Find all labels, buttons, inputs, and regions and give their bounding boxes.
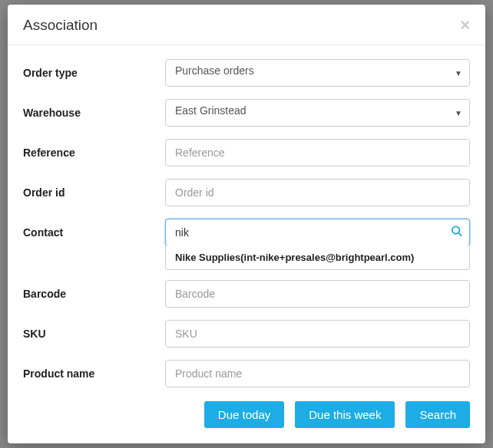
contact-autocomplete: Nike Supplies(int-nike+presales@brightpe… [165,245,470,270]
search-icon[interactable] [451,226,462,240]
row-reference: Reference [23,139,470,166]
barcode-input[interactable] [165,280,470,308]
due-this-week-button[interactable]: Due this week [295,401,395,428]
row-order-id: Order id [23,179,470,206]
label-barcode: Barcode [23,288,165,300]
row-product-name: Product name [23,360,470,387]
search-button[interactable]: Search [405,401,470,428]
reference-input[interactable] [165,139,470,166]
row-order-type: Order type Purchase orders ▼ [23,59,470,87]
label-order-type: Order type [23,67,165,79]
close-icon[interactable]: × [460,17,470,34]
autocomplete-item[interactable]: Nike Supplies(int-nike+presales@brightpe… [166,245,469,269]
order-id-input[interactable] [165,179,470,206]
modal-title: Association [23,17,98,34]
modal-header: Association × [8,5,485,45]
svg-point-0 [452,226,459,233]
label-order-id: Order id [23,186,165,199]
row-barcode: Barcode [23,280,470,308]
row-warehouse: Warehouse East Grinstead ▼ [23,99,470,127]
order-type-select[interactable]: Purchase orders [165,59,470,87]
row-sku: SKU [23,320,470,348]
sku-input[interactable] [165,320,470,348]
modal-footer: Due today Due this week Search [8,398,485,443]
contact-input[interactable] [165,219,470,246]
label-warehouse: Warehouse [23,107,165,119]
label-reference: Reference [23,147,165,159]
label-sku: SKU [23,328,165,340]
label-contact: Contact [23,226,165,239]
row-contact: Contact Nike Supplies(int-nike+presales@… [23,219,470,246]
association-modal: Association × Order type Purchase orders… [8,5,485,443]
warehouse-select[interactable]: East Grinstead [165,99,470,127]
product-name-input[interactable] [165,360,470,387]
svg-line-1 [458,233,462,236]
label-product-name: Product name [23,367,165,380]
due-today-button[interactable]: Due today [204,401,284,428]
modal-body: Order type Purchase orders ▼ Warehouse E… [8,45,485,398]
